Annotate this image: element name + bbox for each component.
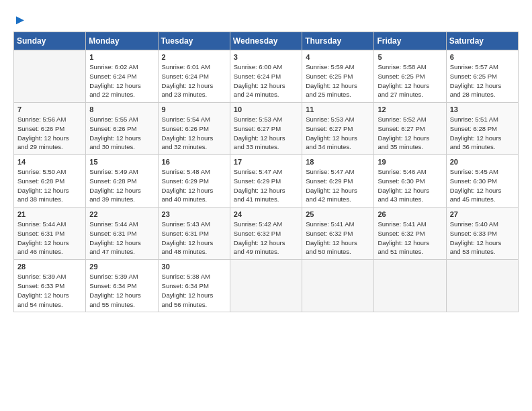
day-cell: 15Sunrise: 5:49 AMSunset: 6:28 PMDayligh… (86, 155, 158, 208)
day-number: 24 (234, 210, 298, 218)
day-detail: Sunrise: 5:53 AMSunset: 6:27 PMDaylight:… (234, 115, 298, 152)
column-header-thursday: Thursday (302, 32, 374, 50)
calendar-body: 1Sunrise: 6:02 AMSunset: 6:24 PMDaylight… (14, 50, 519, 312)
day-detail: Sunrise: 5:59 AMSunset: 6:25 PMDaylight:… (306, 62, 370, 99)
day-cell: 14Sunrise: 5:50 AMSunset: 6:28 PMDayligh… (14, 155, 86, 208)
day-detail: Sunrise: 5:41 AMSunset: 6:32 PMDaylight:… (306, 220, 370, 257)
day-detail: Sunrise: 5:41 AMSunset: 6:32 PMDaylight:… (378, 220, 442, 257)
day-detail: Sunrise: 5:39 AMSunset: 6:33 PMDaylight:… (17, 272, 82, 309)
day-cell: 19Sunrise: 5:46 AMSunset: 6:30 PMDayligh… (374, 155, 446, 208)
column-header-monday: Monday (86, 32, 158, 50)
day-number: 28 (17, 263, 82, 271)
day-detail: Sunrise: 5:52 AMSunset: 6:27 PMDaylight:… (378, 115, 442, 152)
day-detail: Sunrise: 5:46 AMSunset: 6:30 PMDaylight:… (378, 167, 442, 204)
week-row-4: 21Sunrise: 5:44 AMSunset: 6:31 PMDayligh… (14, 208, 519, 260)
day-number: 5 (378, 53, 442, 61)
day-cell: 26Sunrise: 5:41 AMSunset: 6:32 PMDayligh… (374, 208, 446, 260)
column-headers: SundayMondayTuesdayWednesdayThursdayFrid… (14, 32, 519, 50)
day-number: 10 (234, 105, 298, 113)
day-detail: Sunrise: 5:58 AMSunset: 6:25 PMDaylight:… (378, 62, 442, 99)
logo: ► (13, 12, 27, 28)
day-cell: 5Sunrise: 5:58 AMSunset: 6:25 PMDaylight… (374, 50, 446, 103)
day-cell: 6Sunrise: 5:57 AMSunset: 6:25 PMDaylight… (446, 50, 518, 103)
day-number: 21 (17, 210, 82, 218)
day-cell (446, 260, 518, 312)
day-detail: Sunrise: 5:56 AMSunset: 6:26 PMDaylight:… (17, 115, 82, 152)
column-header-tuesday: Tuesday (158, 32, 230, 50)
day-number: 26 (378, 210, 442, 218)
day-detail: Sunrise: 5:44 AMSunset: 6:31 PMDaylight:… (89, 220, 154, 257)
day-detail: Sunrise: 5:47 AMSunset: 6:29 PMDaylight:… (234, 167, 298, 204)
day-cell: 7Sunrise: 5:56 AMSunset: 6:26 PMDaylight… (14, 103, 86, 155)
day-number: 20 (450, 158, 515, 166)
day-cell: 30Sunrise: 5:38 AMSunset: 6:34 PMDayligh… (158, 260, 230, 312)
week-row-5: 28Sunrise: 5:39 AMSunset: 6:33 PMDayligh… (14, 260, 519, 312)
day-cell: 25Sunrise: 5:41 AMSunset: 6:32 PMDayligh… (302, 208, 374, 260)
day-cell: 8Sunrise: 5:55 AMSunset: 6:26 PMDaylight… (86, 103, 158, 155)
day-number: 11 (306, 105, 370, 113)
column-header-friday: Friday (374, 32, 446, 50)
day-cell: 13Sunrise: 5:51 AMSunset: 6:28 PMDayligh… (446, 103, 518, 155)
day-number: 23 (162, 210, 226, 218)
day-number: 9 (162, 105, 226, 113)
day-detail: Sunrise: 5:53 AMSunset: 6:27 PMDaylight:… (306, 115, 370, 152)
day-number: 16 (162, 158, 226, 166)
column-header-wednesday: Wednesday (230, 32, 302, 50)
day-cell: 1Sunrise: 6:02 AMSunset: 6:24 PMDaylight… (86, 50, 158, 103)
day-detail: Sunrise: 5:57 AMSunset: 6:25 PMDaylight:… (450, 62, 515, 99)
day-number: 17 (234, 158, 298, 166)
day-number: 8 (89, 105, 154, 113)
day-number: 22 (89, 210, 154, 218)
day-number: 18 (306, 158, 370, 166)
day-detail: Sunrise: 5:44 AMSunset: 6:31 PMDaylight:… (17, 220, 82, 257)
column-header-sunday: Sunday (14, 32, 86, 50)
day-number: 4 (306, 53, 370, 61)
page-container: ► SundayMondayTuesdayWednesdayThursdayFr… (0, 0, 532, 320)
day-detail: Sunrise: 6:00 AMSunset: 6:24 PMDaylight:… (234, 62, 298, 99)
day-cell: 24Sunrise: 5:42 AMSunset: 6:32 PMDayligh… (230, 208, 302, 260)
day-cell: 12Sunrise: 5:52 AMSunset: 6:27 PMDayligh… (374, 103, 446, 155)
week-row-1: 1Sunrise: 6:02 AMSunset: 6:24 PMDaylight… (14, 50, 519, 103)
day-detail: Sunrise: 6:01 AMSunset: 6:24 PMDaylight:… (162, 62, 226, 99)
day-cell: 21Sunrise: 5:44 AMSunset: 6:31 PMDayligh… (14, 208, 86, 260)
day-detail: Sunrise: 6:02 AMSunset: 6:24 PMDaylight:… (89, 62, 154, 99)
day-cell: 3Sunrise: 6:00 AMSunset: 6:24 PMDaylight… (230, 50, 302, 103)
day-cell: 22Sunrise: 5:44 AMSunset: 6:31 PMDayligh… (86, 208, 158, 260)
day-cell: 2Sunrise: 6:01 AMSunset: 6:24 PMDaylight… (158, 50, 230, 103)
day-number: 25 (306, 210, 370, 218)
day-detail: Sunrise: 5:48 AMSunset: 6:29 PMDaylight:… (162, 167, 226, 204)
day-number: 1 (89, 53, 154, 61)
day-number: 27 (450, 210, 515, 218)
day-detail: Sunrise: 5:54 AMSunset: 6:26 PMDaylight:… (162, 115, 226, 152)
day-cell (14, 50, 86, 103)
day-cell: 10Sunrise: 5:53 AMSunset: 6:27 PMDayligh… (230, 103, 302, 155)
day-detail: Sunrise: 5:40 AMSunset: 6:33 PMDaylight:… (450, 220, 515, 257)
day-cell: 11Sunrise: 5:53 AMSunset: 6:27 PMDayligh… (302, 103, 374, 155)
day-cell: 9Sunrise: 5:54 AMSunset: 6:26 PMDaylight… (158, 103, 230, 155)
day-detail: Sunrise: 5:39 AMSunset: 6:34 PMDaylight:… (89, 272, 154, 309)
week-row-3: 14Sunrise: 5:50 AMSunset: 6:28 PMDayligh… (14, 155, 519, 208)
day-detail: Sunrise: 5:51 AMSunset: 6:28 PMDaylight:… (450, 115, 515, 152)
day-number: 6 (450, 53, 515, 61)
header: ► (13, 12, 519, 28)
day-cell (230, 260, 302, 312)
day-number: 14 (17, 158, 82, 166)
day-detail: Sunrise: 5:55 AMSunset: 6:26 PMDaylight:… (89, 115, 154, 152)
day-cell (374, 260, 446, 312)
calendar-table: SundayMondayTuesdayWednesdayThursdayFrid… (13, 32, 519, 312)
day-number: 3 (234, 53, 298, 61)
day-cell: 4Sunrise: 5:59 AMSunset: 6:25 PMDaylight… (302, 50, 374, 103)
day-number: 2 (162, 53, 226, 61)
day-cell: 18Sunrise: 5:47 AMSunset: 6:29 PMDayligh… (302, 155, 374, 208)
day-detail: Sunrise: 5:47 AMSunset: 6:29 PMDaylight:… (306, 167, 370, 204)
day-number: 29 (89, 263, 154, 271)
day-number: 19 (378, 158, 442, 166)
day-cell: 29Sunrise: 5:39 AMSunset: 6:34 PMDayligh… (86, 260, 158, 312)
day-cell (302, 260, 374, 312)
day-number: 15 (89, 158, 154, 166)
day-cell: 17Sunrise: 5:47 AMSunset: 6:29 PMDayligh… (230, 155, 302, 208)
day-detail: Sunrise: 5:45 AMSunset: 6:30 PMDaylight:… (450, 167, 515, 204)
week-row-2: 7Sunrise: 5:56 AMSunset: 6:26 PMDaylight… (14, 103, 519, 155)
logo-icon: ► (13, 12, 27, 28)
day-number: 7 (17, 105, 82, 113)
